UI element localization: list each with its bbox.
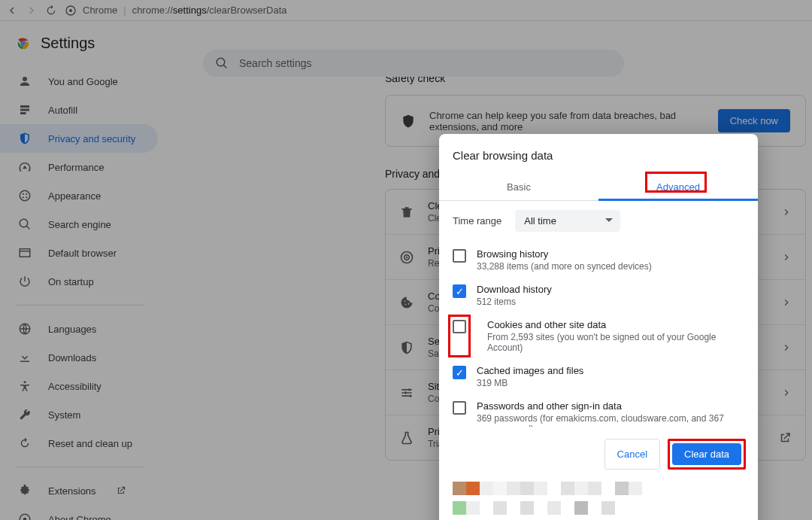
sidebar-item-system[interactable]: System	[0, 400, 158, 429]
svg-point-21	[408, 388, 411, 391]
chevron-right-icon	[781, 252, 792, 263]
svg-point-7	[23, 193, 24, 195]
speed-icon	[18, 160, 32, 174]
globe-icon	[18, 322, 32, 336]
svg-point-22	[404, 391, 407, 394]
reset-icon	[18, 436, 32, 450]
cookie-icon	[399, 295, 414, 310]
sliders-icon	[399, 385, 414, 400]
checkbox[interactable]	[453, 320, 466, 333]
dialog-tabs: Basic Advanced	[439, 174, 758, 201]
autofill-icon	[18, 103, 32, 117]
power-icon	[18, 275, 32, 288]
browser-icon	[18, 246, 32, 260]
chevron-right-icon	[781, 388, 792, 398]
checkbox-row: Passwords and other sign-in data369 pass…	[453, 394, 744, 427]
sidebar-item-privacy-and-security[interactable]: Privacy and security	[0, 124, 158, 153]
external-link-icon	[116, 485, 126, 496]
cancel-button[interactable]: Cancel	[604, 439, 660, 470]
address-bar[interactable]: Chrome | chrome://settings/clearBrowserD…	[65, 5, 287, 17]
safety-check-msg: Chrome can help keep you safe from data …	[429, 110, 704, 132]
check-now-button[interactable]: Check now	[718, 109, 790, 132]
svg-point-1	[69, 9, 72, 12]
highlight-clear-data: Clear data	[668, 439, 746, 470]
redacted-pixelated-area-2	[453, 501, 744, 520]
svg-point-18	[404, 300, 406, 302]
svg-point-6	[20, 190, 30, 201]
svg-point-5	[22, 42, 25, 45]
chevron-right-icon	[781, 297, 792, 308]
checkbox[interactable]	[453, 249, 466, 263]
sidebar-item-about-chrome[interactable]: About Chrome	[0, 505, 158, 520]
clear-data-button[interactable]: Clear data	[672, 443, 741, 465]
svg-point-23	[409, 394, 411, 397]
flask-icon	[399, 430, 414, 445]
svg-point-8	[26, 193, 27, 195]
puzzle-icon	[18, 484, 32, 497]
sidebar-item-appearance[interactable]: Appearance	[0, 181, 158, 210]
dialog-title: Clear browsing data	[439, 134, 758, 174]
wrench-icon	[18, 408, 32, 421]
settings-sidebar: Settings You and GoogleAutofillPrivacy a…	[0, 21, 180, 520]
sidebar-item-on-startup[interactable]: On startup	[0, 267, 158, 296]
sidebar-item-search-engine[interactable]: Search engine	[0, 210, 158, 239]
target-icon	[399, 250, 414, 265]
trash-icon	[399, 205, 414, 220]
sidebar-item-languages[interactable]: Languages	[0, 315, 158, 343]
time-range-select[interactable]: All time	[515, 210, 620, 232]
reload-icon[interactable]	[45, 5, 57, 17]
chevron-right-icon	[781, 207, 792, 217]
checkbox-row: Browsing history33,288 items (and more o…	[453, 242, 744, 278]
chrome-icon	[18, 512, 32, 520]
checkbox-row: Download history512 items	[453, 278, 744, 313]
checkbox-row: Cached images and files319 MB	[453, 359, 744, 394]
svg-point-9	[23, 196, 24, 198]
search-settings-input[interactable]: Search settings	[203, 50, 624, 77]
external-link-icon	[778, 431, 792, 445]
clear-browsing-data-dialog: Clear browsing data Basic Advanced Time …	[439, 134, 758, 520]
download-icon	[18, 351, 32, 364]
checkbox[interactable]	[453, 284, 466, 298]
sidebar-item-default-browser[interactable]: Default browser	[0, 239, 158, 267]
shield-icon	[401, 114, 416, 129]
checkbox[interactable]	[453, 401, 466, 415]
svg-point-10	[26, 196, 27, 198]
svg-point-17	[406, 256, 408, 258]
browser-toolbar: Chrome | chrome://settings/clearBrowserD…	[0, 0, 812, 21]
svg-point-20	[408, 303, 410, 304]
sidebar-item-extensions[interactable]: Extensions	[0, 476, 158, 505]
svg-point-19	[405, 303, 407, 305]
sidebar-item-performance[interactable]: Performance	[0, 153, 158, 181]
forward-icon[interactable]	[26, 5, 38, 17]
tab-advanced[interactable]: Advanced	[598, 174, 758, 200]
search-icon	[18, 217, 32, 231]
sidebar-item-accessibility[interactable]: Accessibility	[0, 372, 158, 400]
shield-icon	[18, 132, 32, 145]
time-range-label: Time range	[453, 215, 501, 227]
search-icon	[215, 56, 229, 70]
shield-icon	[399, 340, 414, 355]
chrome-icon	[65, 5, 77, 17]
back-icon[interactable]	[6, 5, 18, 17]
sidebar-item-autofill[interactable]: Autofill	[0, 96, 158, 124]
highlight-cookies-checkbox	[448, 315, 471, 357]
svg-point-12	[24, 381, 26, 383]
sidebar-item-downloads[interactable]: Downloads	[0, 343, 158, 372]
url-prefix: Chrome	[83, 5, 117, 16]
sidebar-item-reset-and-clean-up[interactable]: Reset and clean up	[0, 429, 158, 458]
tab-basic[interactable]: Basic	[439, 174, 598, 200]
chevron-right-icon	[781, 342, 792, 353]
appearance-icon	[18, 189, 32, 202]
search-placeholder: Search settings	[239, 57, 312, 69]
accessibility-icon	[18, 379, 32, 393]
checkbox-row: Cookies and other site dataFrom 2,593 si…	[453, 313, 744, 359]
checkbox[interactable]	[453, 366, 466, 379]
